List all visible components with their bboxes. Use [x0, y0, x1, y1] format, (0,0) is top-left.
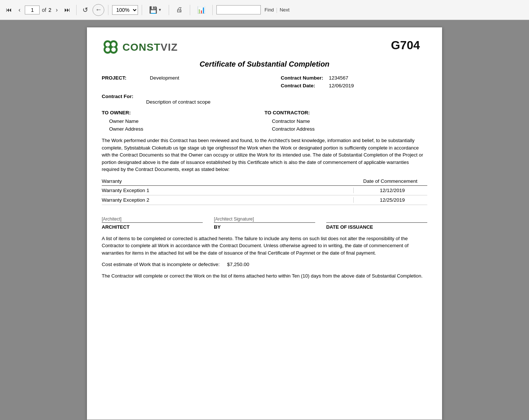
to-contractor-section: TO CONTRACTOR: Contractor Name Contracto… — [264, 110, 427, 132]
contract-number-label: Contract Number: — [281, 75, 329, 81]
page-number-input[interactable] — [25, 6, 40, 14]
print-button[interactable]: 🖨 — [173, 4, 186, 16]
project-info: PROJECT: Development Contract Number: 12… — [102, 75, 427, 91]
warranty-date-1: 12/12/2019 — [353, 188, 427, 193]
body-text: The Work performed under this Contract h… — [102, 137, 427, 173]
logo-icon — [102, 38, 119, 56]
sig-block-by: [Architect Signature] BY — [214, 212, 315, 230]
warranty-col2-header: Date of Commencement — [353, 178, 427, 184]
to-owner-header: TO OWNER: — [102, 110, 264, 115]
warranty-name-2: Warranty Exception 2 — [102, 197, 353, 203]
svg-point-5 — [105, 42, 110, 47]
warranty-header: Warranty Date of Commencement — [102, 178, 427, 186]
contract-date-row: Contract Date: 12/06/2019 — [281, 83, 427, 88]
logo-area: CONSTVIZ — [102, 38, 178, 56]
contract-for-label: Contract For: — [102, 94, 134, 99]
separator-3 — [142, 5, 142, 15]
save-dropdown-icon: ▼ — [158, 8, 162, 12]
sig-line-1: [Architect] — [102, 212, 203, 223]
contractor-name: Contractor Name — [272, 118, 427, 124]
bottom-text: A list of items to be completed or corre… — [102, 235, 427, 257]
find-next-separator: | — [276, 7, 277, 13]
sig2-placeholder: [Architect Signature] — [214, 216, 254, 222]
contract-for-row: Contract For: Description of contract sc… — [102, 94, 427, 105]
contract-date-label: Contract Date: — [281, 83, 329, 88]
next-label[interactable]: Next — [280, 7, 290, 13]
contract-for-value: Description of contract scope — [146, 99, 427, 105]
first-page-button[interactable]: ⏮ — [4, 5, 14, 15]
contract-number-value: 1234567 — [329, 75, 348, 81]
refresh-button[interactable]: ↺ — [80, 4, 90, 16]
prev-page-button[interactable]: ‹ — [16, 5, 23, 15]
document-page: CONSTVIZ G704 Certificate of Substantial… — [87, 27, 442, 420]
save-button[interactable]: 💾 ▼ — [146, 4, 165, 16]
cost-value: $7,250.00 — [227, 262, 249, 267]
warranty-name-1: Warranty Exception 1 — [102, 188, 353, 193]
owner-address: Owner Address — [109, 126, 264, 132]
sig1-placeholder: [Architect] — [102, 216, 121, 222]
warranty-section: Warranty Date of Commencement Warranty E… — [102, 178, 427, 205]
warranty-date-2: 12/25/2019 — [353, 197, 427, 203]
to-contractor-header: TO CONTRACTOR: — [264, 110, 427, 115]
next-page-button[interactable]: › — [54, 5, 60, 15]
final-text: The Contractor will complete or correct … — [102, 272, 427, 280]
sig-block-date: DATE OF ISSUANCE — [326, 212, 427, 230]
project-row: PROJECT: Development — [102, 75, 281, 81]
contract-date-value: 12/06/2019 — [329, 83, 354, 88]
sig-block-architect: [Architect] ARCHITECT — [102, 212, 203, 230]
doc-title: Certificate of Substantial Completion — [102, 60, 427, 68]
svg-point-8 — [111, 47, 116, 52]
project-label: PROJECT: — [102, 75, 150, 81]
contractor-address: Contractor Address — [272, 126, 427, 132]
owner-name: Owner Name — [109, 118, 264, 124]
signature-section: [Architect] ARCHITECT [Architect Signatu… — [102, 212, 427, 230]
project-right: Contract Number: 1234567 Contract Date: … — [281, 75, 427, 91]
of-label: of — [42, 7, 46, 13]
sig-line-3 — [326, 212, 427, 223]
contract-number-row: Contract Number: 1234567 — [281, 75, 427, 81]
last-page-button[interactable]: ⏭ — [62, 5, 73, 15]
project-left: PROJECT: Development — [102, 75, 281, 91]
sig3-label: DATE OF ISSUANCE — [326, 224, 427, 230]
save-icon: 💾 — [149, 6, 157, 14]
cost-label: Cost estimate of Work that is incomplete… — [102, 262, 220, 267]
warranty-row-1: Warranty Exception 1 12/12/2019 — [102, 186, 427, 195]
svg-point-6 — [111, 42, 116, 47]
find-label: Find — [264, 7, 274, 13]
separator-5 — [190, 5, 190, 15]
find-input[interactable] — [216, 5, 261, 14]
back-button[interactable]: ← — [92, 4, 104, 16]
logo-viz: VIZ — [161, 41, 178, 53]
chart-icon: 📊 — [197, 6, 205, 14]
print-icon: 🖨 — [176, 6, 183, 14]
doc-id: G704 — [391, 38, 427, 52]
total-pages-label: 2 — [48, 7, 51, 13]
separator-6 — [212, 5, 213, 15]
svg-point-7 — [105, 47, 110, 52]
logo-text: CONSTVIZ — [122, 41, 178, 53]
separator-1 — [76, 5, 77, 15]
project-value: Development — [150, 75, 179, 81]
chart-button[interactable]: 📊 — [194, 4, 209, 16]
warranty-row-2: Warranty Exception 2 12/25/2019 — [102, 195, 427, 205]
sig2-label: BY — [214, 224, 315, 230]
doc-header: CONSTVIZ G704 — [102, 38, 427, 56]
sig1-label: ARCHITECT — [102, 224, 203, 230]
to-owner-section: TO OWNER: Owner Name Owner Address — [102, 110, 264, 132]
to-section: TO OWNER: Owner Name Owner Address TO CO… — [102, 110, 427, 132]
zoom-select[interactable]: 100% 50% 75% 125% 150% 200% — [112, 5, 138, 15]
logo-const: CONST — [122, 41, 161, 53]
separator-4 — [169, 5, 169, 15]
cost-row: Cost estimate of Work that is incomplete… — [102, 262, 427, 267]
separator-2 — [108, 5, 108, 15]
toolbar: ⏮ ‹ of 2 › ⏭ ↺ ← 100% 50% 75% 125% 150% … — [0, 0, 529, 20]
sig-line-2: [Architect Signature] — [214, 212, 315, 223]
document-area: CONSTVIZ G704 Certificate of Substantial… — [0, 20, 529, 420]
warranty-col1-header: Warranty — [102, 178, 353, 184]
